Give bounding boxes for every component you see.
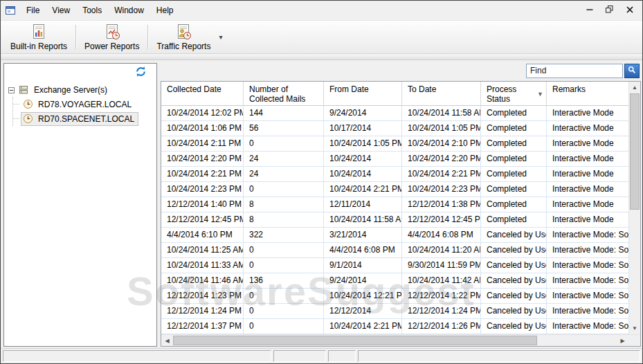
filter-icon[interactable]: ▼ — [537, 89, 543, 99]
cell: 10/24/2014 11:42 AM — [402, 273, 481, 289]
cell: 12/12/2014 1:37 PM — [161, 319, 244, 334]
cell: 0 — [244, 182, 324, 197]
horizontal-scrollbar-track[interactable] — [173, 335, 617, 346]
column-header-label: From Date — [329, 84, 369, 94]
toolbar-button-label: Traffic Reports — [156, 42, 210, 51]
table-row[interactable]: 10/24/2014 2:20 PM2410/24/201410/24/2014… — [161, 152, 628, 167]
column-header-label: Collected Date — [167, 84, 221, 94]
column-header-label: Process Status — [487, 84, 536, 104]
table-row[interactable]: 10/24/2014 2:23 PM010/24/2014 2:21 PM10/… — [161, 182, 628, 197]
table-row[interactable]: 10/24/2014 2:21 PM2410/24/201410/24/2014… — [161, 167, 628, 182]
horizontal-scrollbar[interactable]: ◀ ▶ — [161, 334, 640, 346]
server-node-rd78.voyager.local[interactable]: RD78.VOYAGER.LOCAL — [21, 98, 136, 111]
table-row[interactable]: 12/12/2014 1:37 PM010/24/2014 2:21 PM12/… — [161, 319, 628, 334]
statusbar-panel — [328, 350, 356, 362]
cell: 12/12/2014 1:26 PM — [402, 319, 481, 334]
cell: 8 — [244, 212, 324, 228]
close-button[interactable] — [619, 3, 640, 18]
table-row[interactable]: 10/24/2014 12:02 PM1449/24/201410/24/201… — [161, 106, 628, 121]
sidebar-toolbar — [4, 64, 156, 82]
cell: 322 — [244, 228, 324, 243]
cell-text: 12/12/2014 — [329, 306, 371, 316]
main-panel: Collected DateNumber of Collected MailsF… — [161, 63, 641, 347]
cell: Canceled by User — [481, 289, 547, 304]
column-header-to-date[interactable]: To Date — [402, 82, 481, 105]
cell-text: 10/24/2014 2:21 PM — [329, 321, 402, 331]
cell-text: 10/24/2014 2:20 PM — [167, 154, 242, 163]
cell-text: 0 — [249, 321, 254, 331]
statusbar-panel — [3, 350, 271, 362]
table-row[interactable]: 12/12/2014 1:24 PM012/12/201412/12/2014 … — [161, 304, 628, 319]
dropdown-caret-icon[interactable]: ▾ — [219, 33, 222, 41]
column-header-number-of-collected-mails[interactable]: Number of Collected Mails — [244, 82, 324, 105]
built-in-reports-button[interactable]: Built-in Reports — [3, 22, 74, 52]
table-row[interactable]: 10/24/2014 1:06 PM5610/17/201410/24/2014… — [161, 121, 628, 136]
cell-text: Interactive Mode — [552, 199, 614, 209]
table-row[interactable]: 12/12/2014 1:40 PM812/11/201412/12/2014 … — [161, 197, 628, 212]
find-input[interactable] — [526, 64, 623, 78]
cell: 24 — [244, 167, 324, 182]
cell-text: 10/24/2014 11:58 AM — [408, 108, 481, 118]
cell-text: Canceled by User — [487, 321, 547, 331]
menu-item-help[interactable]: Help — [150, 2, 180, 19]
minimize-button[interactable] — [579, 3, 599, 18]
cell-text: Interactive Mode: Some — [552, 321, 628, 331]
find-button[interactable] — [624, 64, 640, 78]
horizontal-scrollbar-thumb[interactable] — [173, 336, 537, 345]
menu-item-file[interactable]: File — [20, 2, 46, 19]
vertical-scrollbar-thumb[interactable] — [630, 93, 640, 210]
column-header-from-date[interactable]: From Date — [324, 82, 402, 105]
cell: 10/24/2014 11:58 AM — [402, 106, 481, 121]
scroll-right-icon[interactable]: ▶ — [617, 335, 628, 346]
column-header-collected-date[interactable]: Collected Date — [161, 82, 244, 105]
statusbar-panel — [273, 350, 326, 362]
table-row[interactable]: 12/12/2014 12:45 PM810/24/2014 11:58 AM1… — [161, 212, 628, 228]
cell-text: 9/24/2014 — [329, 275, 366, 285]
cell-text: Completed — [487, 169, 527, 179]
table-row[interactable]: 10/24/2014 11:25 AM04/4/2014 6:08 PM10/2… — [161, 243, 628, 258]
cell: Canceled by User — [481, 228, 547, 243]
table-row[interactable]: 10/24/2014 11:33 AM09/1/20149/30/2014 11… — [161, 258, 628, 273]
collapse-expander-icon[interactable] — [8, 87, 15, 93]
server-node-rd70.spacenet.local[interactable]: RD70.SPACENET.LOCAL — [21, 112, 138, 126]
grid-columns: Collected DateNumber of Collected MailsF… — [161, 82, 628, 334]
cell-text: 12/12/2014 12:45 PM — [167, 215, 244, 224]
server-tree: Exchange Server(s) RD78.VOYAGER.LOCALRD7… — [4, 82, 156, 346]
column-header-process-status[interactable]: Process Status▼ — [481, 82, 547, 105]
vertical-scrollbar[interactable]: ▲ ▼ — [628, 82, 640, 334]
power-reports-button[interactable]: Power Reports — [78, 22, 146, 52]
cell-text: 8 — [249, 215, 254, 224]
refresh-button[interactable] — [133, 65, 148, 80]
traffic-reports-button[interactable]: Traffic Reports▾ — [150, 22, 226, 52]
cell-text: Completed — [487, 138, 527, 148]
cell-text: 136 — [249, 275, 263, 285]
cell-text: 10/24/2014 11:46 AM — [167, 275, 244, 285]
table-row[interactable]: 10/24/2014 11:46 AM1369/24/201410/24/201… — [161, 273, 628, 289]
menu-item-window[interactable]: Window — [108, 2, 150, 19]
restore-button[interactable] — [599, 3, 619, 18]
cell-text: 10/24/2014 11:42 AM — [408, 275, 481, 285]
cell-text: 12/11/2014 — [329, 199, 370, 209]
cell-text: 10/24/2014 2:21 PM — [167, 169, 242, 179]
menu-item-tools[interactable]: Tools — [76, 2, 108, 19]
menu-item-view[interactable]: View — [46, 2, 76, 19]
tree-root-label: Exchange Server(s) — [32, 84, 109, 95]
rebar-strip — [1, 54, 642, 60]
cell-text: 10/17/2014 — [329, 123, 371, 133]
cell: Interactive Mode — [547, 182, 628, 197]
table-row[interactable]: 12/12/2014 1:23 PM010/24/2014 12:21 PM12… — [161, 289, 628, 304]
cell-text: 24 — [249, 154, 258, 163]
scroll-up-icon[interactable]: ▲ — [629, 82, 640, 93]
cell: 10/24/2014 11:46 AM — [161, 273, 244, 289]
scroll-down-icon[interactable]: ▼ — [629, 322, 640, 334]
cell: Completed — [481, 212, 547, 228]
scroll-left-icon[interactable]: ◀ — [161, 335, 173, 346]
column-header-remarks[interactable]: Remarks — [547, 82, 628, 105]
cell-text: Interactive Mode: Some — [552, 275, 628, 285]
cell-text: 9/24/2014 — [329, 108, 366, 118]
table-row[interactable]: 4/4/2014 6:10 PM3223/21/20144/4/2014 6:0… — [161, 228, 628, 243]
table-row[interactable]: 10/24/2014 2:11 PM010/24/2014 1:05 PM10/… — [161, 136, 628, 152]
cell: 10/24/2014 2:20 PM — [402, 152, 481, 167]
tree-root-node[interactable]: Exchange Server(s) — [7, 83, 154, 97]
cell: 10/24/2014 — [324, 167, 402, 182]
